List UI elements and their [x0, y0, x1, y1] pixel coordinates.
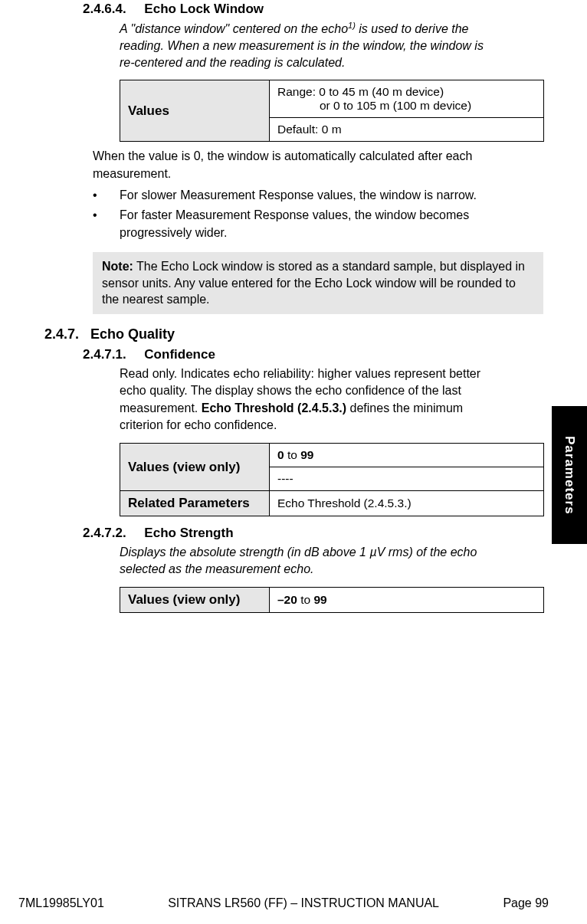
bullet-text: For slower Measurement Response values, …	[120, 187, 477, 204]
echo-strength-body: Displays the absolute strength (in dB ab…	[120, 544, 498, 577]
values-dashes-cell: ----	[270, 467, 544, 491]
values-label-cell: Values (view only)	[120, 587, 270, 612]
section-number: 2.4.6.4.	[83, 2, 126, 16]
values-label-cell: Values	[120, 80, 270, 142]
section-number: 2.4.7.2.	[83, 526, 126, 540]
section-title: Echo Strength	[144, 526, 233, 540]
section-title: Echo Lock Window	[144, 2, 264, 16]
values-range-cell: –20 to 99	[270, 587, 544, 612]
echo-lock-window-intro: A "distance window" centered on the echo…	[120, 20, 498, 70]
values-default-cell: Default: 0 m	[270, 118, 544, 142]
heading-echo-strength: 2.4.7.2. Echo Strength	[83, 526, 498, 541]
section-title: Confidence	[144, 347, 215, 362]
values-range-cell: 0 to 99	[270, 444, 544, 467]
side-tab-parameters: Parameters	[552, 406, 587, 544]
confidence-body: Read only. Indicates echo reliability: h…	[120, 365, 498, 434]
section-title: Echo Quality	[90, 326, 175, 342]
heading-echo-lock-window: 2.4.6.4. Echo Lock Window	[83, 2, 498, 17]
section-number: 2.4.7.	[44, 326, 79, 342]
section-number: 2.4.7.1.	[83, 347, 126, 362]
echo-lock-window-below-table: When the value is 0, the window is autom…	[93, 148, 498, 182]
echo-lock-window-note: Note: The Echo Lock window is stored as …	[93, 252, 543, 314]
bullet-icon: •	[93, 187, 120, 204]
echo-lock-window-bullets: • For slower Measurement Response values…	[93, 187, 498, 241]
note-body: The Echo Lock window is stored as a stan…	[102, 260, 525, 306]
footer-doc-title: SITRANS LR560 (FF) – INSTRUCTION MANUAL	[104, 896, 503, 910]
related-params-value-cell: Echo Threshold (2.4.5.3.)	[270, 491, 544, 516]
values-range-cell: Range: 0 to 45 m (40 m device) or 0 to 1…	[270, 80, 544, 118]
values-label-cell: Values (view only)	[120, 444, 270, 491]
footer-page-number: Page 99	[503, 896, 549, 910]
echo-lock-window-values-table: Values Range: 0 to 45 m (40 m device) or…	[120, 80, 544, 142]
page-footer: 7ML19985LY01 SITRANS LR560 (FF) – INSTRU…	[18, 896, 549, 910]
bullet-text: For faster Measurement Response values, …	[120, 207, 498, 241]
confidence-values-table: Values (view only) 0 to 99 ---- Related …	[120, 443, 544, 516]
footer-doc-id: 7ML19985LY01	[18, 896, 104, 910]
heading-confidence: 2.4.7.1. Confidence	[83, 347, 498, 362]
footnote-ref-1: 1)	[348, 21, 356, 30]
side-tab-label: Parameters	[562, 436, 577, 515]
note-label: Note:	[102, 260, 133, 273]
bullet-icon: •	[93, 207, 120, 241]
heading-echo-quality: 2.4.7. Echo Quality	[44, 326, 498, 342]
echo-strength-values-table: Values (view only) –20 to 99	[120, 587, 544, 613]
related-params-label-cell: Related Parameters	[120, 491, 270, 516]
